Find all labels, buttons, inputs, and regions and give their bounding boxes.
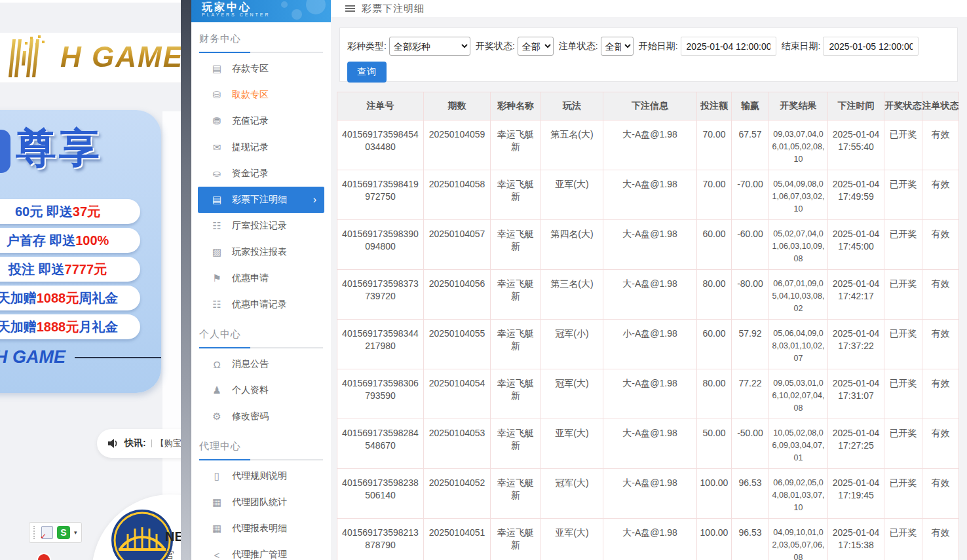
section-underline: [199, 459, 323, 460]
order-status-select[interactable]: 全部: [601, 37, 634, 56]
chip-dropdown-arrow-icon[interactable]: ▾: [74, 529, 77, 536]
site-logo: H GAME: [60, 41, 181, 73]
sidebar-item[interactable]: ⛁取款专区: [191, 82, 331, 108]
cell-bet-info: 大-A盘@1.98: [603, 121, 697, 170]
lottery-type-select[interactable]: 全部彩种: [389, 37, 470, 56]
cell-bet-amount: 100.00: [697, 519, 732, 560]
sidebar-item[interactable]: ▤彩票下注明细›: [198, 187, 324, 213]
sidebar-sections: 财务中心▤存款专区⛁取款专区⛃充值记录✉提现记录⛀资金记录▤彩票下注明细›☷厅室…: [191, 22, 331, 560]
cell-order-status: 有效: [922, 170, 958, 219]
promo-apply-icon: ⚑: [211, 272, 223, 284]
promo-title-clipped-glyph: [0, 130, 10, 173]
cell-win-loss: -50.00: [732, 419, 769, 468]
notes-extension-icon[interactable]: [41, 526, 53, 539]
cell-lottery-name: 幸运飞艇新: [491, 220, 541, 269]
start-date-input[interactable]: [681, 37, 776, 56]
cell-order-no: 401569173598213878790: [337, 519, 424, 560]
sidebar-item-label: 厅室投注记录: [232, 220, 287, 232]
cell-period: 20250104055: [424, 320, 491, 369]
column-header-order-status: 注单状态: [922, 92, 958, 120]
news-ticker[interactable]: 快讯: 【购宝: [97, 429, 181, 458]
cell-order-no: 401569173598238506140: [337, 469, 424, 518]
promo-pill-text: 户首存 即送: [7, 232, 76, 250]
cell-draw-status: 已开奖: [884, 320, 922, 369]
column-header-bet-info: 下注信息: [603, 92, 697, 120]
cell-draw-result: 05,02,07,04,01,06,03,10,09,08: [769, 220, 828, 269]
cell-draw-status: 已开奖: [884, 469, 922, 518]
cell-win-loss: -70.00: [732, 170, 769, 219]
cell-win-loss: -60.00: [732, 220, 769, 269]
sidebar-item-label: 修改密码: [232, 411, 269, 422]
lottery-type-label: 彩种类型:: [347, 41, 387, 52]
cell-period: 20250104053: [424, 419, 491, 468]
cell-win-loss: 96.53: [732, 469, 769, 518]
recharge-record-icon: ⛃: [211, 115, 223, 127]
sidebar-item[interactable]: ▦代理报表明细: [191, 515, 331, 542]
sidebar-item[interactable]: ✉提现记录: [191, 134, 331, 160]
agent-promotion-share-icon: <: [211, 550, 223, 560]
column-header-order-no: 注单号: [337, 92, 424, 120]
agent-team-stats-icon: ▦: [211, 496, 223, 508]
cell-play-type: 第四名(大): [541, 220, 603, 269]
agent-report-detail-icon: ▦: [211, 523, 223, 534]
sidebar-item-label: 资金记录: [232, 168, 269, 179]
cell-period: 20250104058: [424, 170, 491, 219]
cell-order-no: 401569173598284548670: [337, 419, 424, 468]
lottery-bet-detail-icon: ▤: [211, 194, 223, 206]
s-extension-icon[interactable]: S: [57, 526, 70, 539]
sidebar-item[interactable]: ▨玩家投注报表: [191, 239, 331, 265]
promo-pill: 60元 即送37元: [0, 199, 140, 224]
cell-bet-amount: 60.00: [697, 220, 732, 269]
sidebar-item-label: 充值记录: [232, 115, 269, 127]
column-header-lottery-name: 彩种名称: [491, 92, 541, 120]
promo-pill-text: 37元: [73, 203, 100, 221]
column-header-draw-result: 开奖结果: [769, 92, 828, 120]
promo-pill-text: 7777元: [65, 261, 107, 278]
order-status-label: 注单状态:: [559, 41, 598, 52]
sidebar-item[interactable]: <代理推广管理: [191, 542, 331, 560]
sidebar-item[interactable]: ⛃充值记录: [191, 108, 331, 134]
cell-lottery-name: 幸运飞艇新: [491, 320, 541, 369]
end-date-input[interactable]: [823, 37, 919, 56]
sidebar-item[interactable]: ⚑优惠申请: [191, 265, 331, 291]
draw-status-select[interactable]: 全部: [518, 37, 554, 56]
agent-rules-icon: ▯: [211, 470, 223, 482]
promo-pill: 天加赠1888元月礼金: [0, 314, 140, 339]
sidebar-item[interactable]: ▦代理团队统计: [191, 489, 331, 515]
cell-order-no: 401569173598419972750: [337, 170, 424, 219]
table-row: 40156917359830679359020250104054幸运飞艇新冠军(…: [337, 369, 958, 419]
sidebar-item[interactable]: ♟个人资料: [191, 377, 331, 403]
cell-order-no: 401569173598373739720: [337, 270, 424, 319]
cell-order-status: 有效: [922, 369, 958, 419]
browser-extension-chip[interactable]: S ▾: [29, 522, 82, 543]
cell-draw-status: 已开奖: [884, 369, 922, 419]
promo-banner[interactable]: 尊享 60元 即送37元户首存 即送100%投注 即送7777元天加赠1088元…: [0, 110, 161, 393]
hamburger-menu-icon[interactable]: [345, 4, 355, 13]
cell-period: 20250104059: [424, 121, 491, 170]
sidebar-item[interactable]: ⚙修改密码: [191, 403, 331, 430]
cell-bet-time: 2025-01-04 17:27:25: [828, 419, 884, 468]
cell-lottery-name: 幸运飞艇新: [491, 469, 541, 518]
sidebar-item[interactable]: ▤存款专区: [191, 56, 331, 82]
sidebar-item[interactable]: ☷厅室投注记录: [191, 213, 331, 239]
cell-period: 20250104057: [424, 220, 491, 269]
cell-period: 20250104052: [424, 469, 491, 518]
cell-draw-result: 04,09,10,01,02,03,05,07,06,08: [769, 519, 828, 560]
sidebar-item[interactable]: ⛀资金记录: [191, 160, 331, 187]
cell-draw-status: 已开奖: [884, 419, 922, 468]
table-row: 40156917359845403448020250104059幸运飞艇新第五名…: [337, 120, 958, 170]
drag-handle-icon[interactable]: [33, 526, 37, 539]
page-title: 彩票下注明细: [362, 3, 425, 15]
sidebar-item[interactable]: Ω消息公告: [191, 351, 331, 377]
team-text-line1: NE: [165, 529, 181, 544]
cell-win-loss: 96.53: [732, 519, 769, 560]
cell-order-status: 有效: [922, 419, 958, 468]
ticker-text: 【购宝: [156, 438, 181, 449]
sidebar-item[interactable]: ▯代理规则说明: [191, 463, 331, 489]
table-row: 40156917359837373972020250104056幸运飞艇新第三名…: [337, 269, 958, 319]
cell-draw-status: 已开奖: [884, 170, 922, 219]
promo-pill: 天加赠1088元周礼金: [0, 286, 140, 310]
background-page: H GAME 尊享 60元 即送37元户首存 即送100%投注 即送7777元天…: [0, 0, 181, 560]
query-button[interactable]: 查询: [347, 62, 387, 83]
sidebar-item[interactable]: ☷优惠申请记录: [191, 291, 331, 318]
